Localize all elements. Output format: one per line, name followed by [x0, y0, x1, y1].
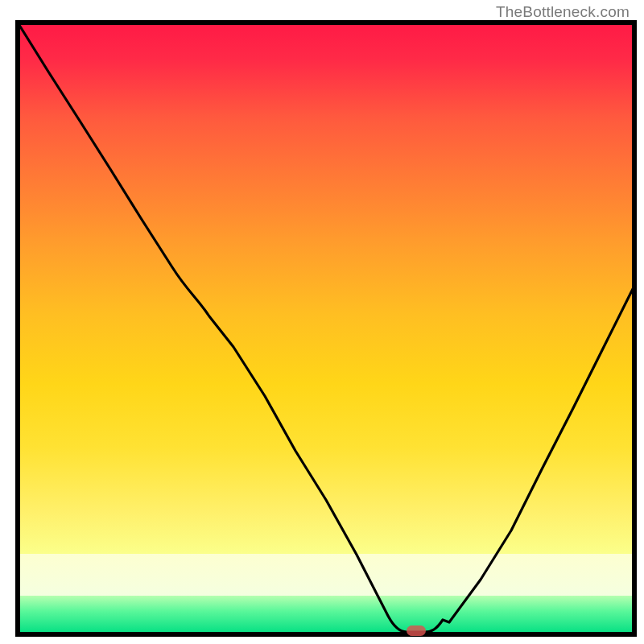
- bottleneck-chart: [0, 0, 644, 644]
- gradient-pale: [18, 554, 634, 596]
- chart-container: TheBottleneck.com: [0, 0, 644, 644]
- plot-area: [18, 23, 634, 636]
- gradient-green: [18, 596, 634, 634]
- gradient-upper: [18, 23, 634, 554]
- attribution-label: TheBottleneck.com: [496, 3, 630, 21]
- minimum-marker: [407, 625, 426, 636]
